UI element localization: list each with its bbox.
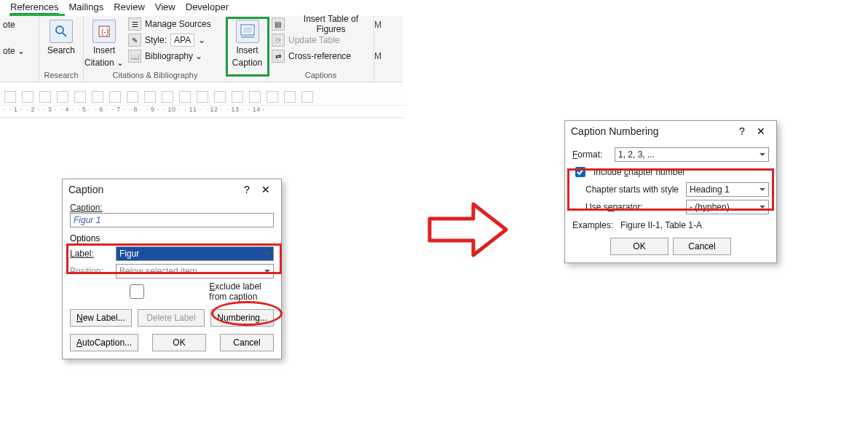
captions-group-label: Captions — [268, 71, 374, 79]
svg-text:(-): (-) — [101, 28, 108, 36]
position-select: Below selected item — [116, 264, 274, 278]
help-button[interactable]: ? — [237, 184, 256, 195]
numbering-button[interactable]: Numbering... — [210, 309, 274, 327]
insert-citation-label1: Insert — [93, 46, 115, 55]
bibliography-button[interactable]: 📖 Bibliography ⌄ — [125, 48, 226, 64]
close-button[interactable]: ✕ — [256, 184, 275, 195]
insert-tof-button[interactable]: ▤ Insert Table of Figures — [268, 16, 374, 32]
cancel-button[interactable]: Cancel — [220, 334, 274, 351]
examples-value: Figure II-1, Table 1-A — [620, 220, 702, 230]
mini-icon[interactable] — [301, 91, 313, 103]
svg-rect-5 — [243, 27, 252, 33]
ribbon-more-partial[interactable]: M M — [374, 16, 389, 82]
mini-icon[interactable] — [74, 91, 86, 103]
update-table-icon: ⟳ — [272, 34, 285, 47]
include-chapter-checkbox[interactable] — [575, 167, 585, 177]
insert-citation-label2: Citation ⌄ — [84, 58, 124, 68]
mini-icon[interactable] — [109, 91, 121, 103]
mini-icon[interactable] — [267, 91, 278, 103]
caption-input[interactable] — [70, 213, 274, 227]
mini-icon[interactable] — [197, 91, 208, 103]
style-selector[interactable]: ✎ Style: APA ⌄ — [125, 32, 226, 48]
tab-developer[interactable]: Developer — [186, 0, 229, 16]
chapter-style-label: Chapter starts with style — [585, 184, 680, 195]
exclude-label-checkbox[interactable] — [73, 284, 201, 299]
close-button[interactable]: ✕ — [751, 125, 770, 137]
insert-caption-icon — [236, 20, 259, 43]
mini-icon[interactable] — [22, 91, 33, 103]
options-section-label: Options — [70, 233, 274, 243]
label-select[interactable]: Figur — [116, 246, 274, 261]
cancel-button[interactable]: Cancel — [673, 238, 731, 255]
horizontal-ruler[interactable]: · · 1 · · 2 · · 3 · · 4 · · 5 · · 6 · · … — [0, 106, 406, 118]
separator-value: - (hyphen) — [690, 202, 730, 212]
arrow-icon — [422, 197, 510, 262]
tab-mailings[interactable]: Mailings — [68, 0, 103, 16]
search-button[interactable]: Search — [39, 16, 83, 55]
mini-icon[interactable] — [162, 91, 173, 103]
label-field-label: Label: — [70, 249, 94, 259]
mini-icon[interactable] — [214, 91, 226, 103]
separator-select[interactable]: - (hyphen) — [686, 200, 769, 214]
chapter-style-select[interactable]: Heading 1 — [686, 182, 769, 197]
mini-icon[interactable] — [179, 91, 191, 103]
format-select-value: 1, 2, 3, ... — [618, 149, 655, 160]
autocaption-button[interactable]: AutoCaption... — [70, 334, 138, 351]
tab-review[interactable]: Review — [114, 0, 145, 16]
search-icon — [50, 20, 73, 43]
format-select[interactable]: 1, 2, 3, ... — [615, 147, 769, 162]
style-value[interactable]: APA — [170, 34, 194, 47]
tab-view[interactable]: View — [155, 0, 175, 16]
ribbon-tabs: References Mailings Review View Develope… — [0, 0, 868, 16]
examples-label: Examples: — [572, 220, 613, 230]
footnote-partial-top[interactable]: ote — [0, 16, 39, 30]
label-select-value: Figur — [119, 249, 139, 259]
svg-line-1 — [63, 33, 66, 36]
mini-icon[interactable] — [284, 91, 296, 103]
style-dropdown-icon[interactable]: ⌄ — [198, 35, 205, 45]
style-icon: ✎ — [128, 34, 141, 47]
style-label: Style: — [145, 35, 167, 45]
exclude-label-text: EExclude label from captionxclude label … — [209, 281, 274, 302]
mini-icon[interactable] — [4, 91, 16, 103]
insert-citation-icon: (-) — [92, 20, 116, 43]
ok-button[interactable]: OK — [152, 334, 206, 351]
position-field-label: Position: — [70, 266, 110, 276]
include-chapter-label: Include chapter number — [593, 167, 685, 177]
delete-label-button: Delete Label — [138, 309, 205, 327]
mini-icon[interactable] — [232, 91, 243, 103]
citations-group-label: Citations & Bibliography — [84, 71, 226, 79]
cross-reference-label: Cross-reference — [288, 51, 351, 61]
manage-sources-label: Manage Sources — [145, 19, 211, 29]
mini-toolbar — [0, 89, 407, 106]
cross-reference-button[interactable]: ⇄ Cross-reference — [268, 48, 374, 64]
insert-tof-icon: ▤ — [272, 17, 285, 31]
ok-button[interactable]: OK — [610, 238, 668, 255]
caption-dialog: Caption ? ✕ Caption: Options Label: Figu… — [62, 179, 282, 359]
mini-icon[interactable] — [144, 91, 156, 103]
mini-icon[interactable] — [39, 91, 51, 103]
help-button[interactable]: ? — [733, 125, 751, 137]
ribbon: ote ote ⌄ Search Research (-) Insert Cit… — [0, 16, 403, 82]
mini-icon[interactable] — [249, 91, 261, 103]
chapter-style-value: Heading 1 — [690, 184, 730, 195]
cross-reference-icon: ⇄ — [272, 50, 285, 63]
insert-caption-label2: Caption — [232, 58, 262, 68]
caption-dialog-title: Caption — [68, 184, 103, 195]
new-label-button[interactable]: New Label... — [70, 309, 132, 327]
mini-icon[interactable] — [57, 91, 68, 103]
caption-field-label: Caption: — [70, 203, 103, 213]
mini-icon[interactable] — [127, 91, 138, 103]
update-table-label: Update Table — [288, 35, 340, 45]
separator-label: Use separator: — [585, 202, 680, 212]
insert-caption-button[interactable]: Insert Caption — [227, 16, 267, 68]
manage-sources-button[interactable]: ☰ Manage Sources — [125, 16, 226, 32]
svg-point-0 — [56, 26, 63, 34]
insert-citation-button[interactable]: (-) Insert Citation ⌄ — [84, 16, 125, 69]
bibliography-icon: 📖 — [128, 50, 141, 63]
bibliography-label: Bibliography ⌄ — [145, 51, 202, 61]
mini-icon[interactable] — [92, 91, 103, 103]
search-label: Search — [47, 46, 75, 55]
footnote-partial-bottom[interactable]: ote ⌄ — [0, 30, 39, 56]
insert-caption-label1: Insert — [236, 46, 258, 55]
